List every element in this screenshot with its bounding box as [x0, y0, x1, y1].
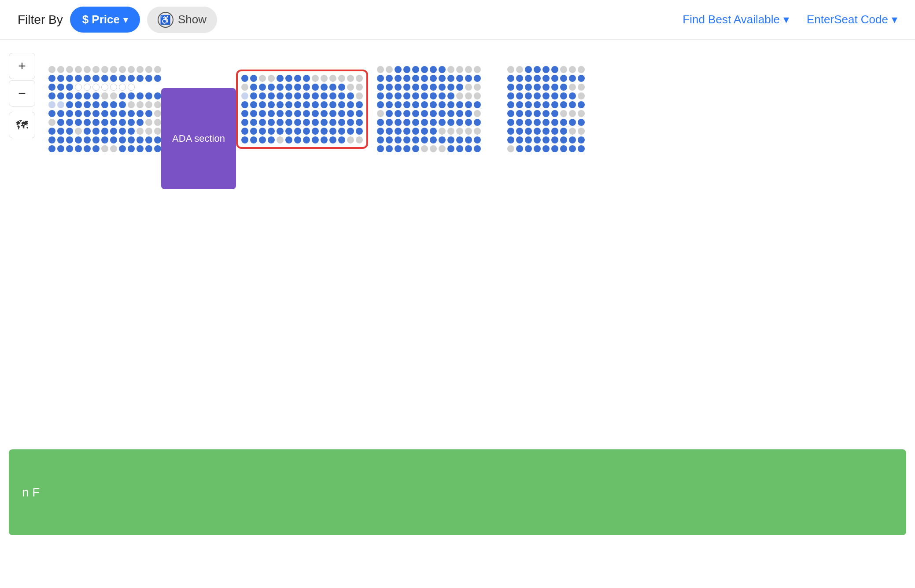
seat-dot[interactable] — [569, 110, 576, 117]
seat-dot[interactable] — [285, 92, 292, 99]
seat-dot[interactable] — [542, 101, 550, 108]
seat-dot[interactable] — [447, 66, 454, 73]
seat-dot[interactable] — [542, 110, 550, 117]
seat-dot[interactable] — [447, 119, 454, 126]
seat-dot[interactable] — [412, 136, 419, 143]
seat-dot[interactable] — [447, 128, 454, 135]
seat-dot[interactable] — [268, 128, 275, 135]
seat-dot[interactable] — [395, 75, 402, 82]
seat-dot[interactable] — [259, 75, 266, 82]
seat-dot[interactable] — [137, 119, 144, 126]
ada-show-button[interactable]: ♿ Show — [147, 7, 217, 33]
seat-dot[interactable] — [560, 101, 567, 108]
seat-dot[interactable] — [268, 92, 275, 99]
seat-dot[interactable] — [92, 92, 100, 99]
seat-dot[interactable] — [154, 128, 161, 135]
seat-dot[interactable] — [474, 92, 481, 99]
seat-dot[interactable] — [250, 101, 257, 108]
seat-dot[interactable] — [101, 119, 108, 126]
seat-dot[interactable] — [386, 84, 393, 91]
seat-dot[interactable] — [403, 110, 410, 117]
seat-dot[interactable] — [430, 145, 437, 152]
seat-dot[interactable] — [321, 128, 328, 135]
seat-dot[interactable] — [92, 66, 100, 73]
seat-dot[interactable] — [465, 145, 472, 152]
seat-dot[interactable] — [84, 101, 91, 108]
seat-dot[interactable] — [285, 128, 292, 135]
seat-dot[interactable] — [57, 84, 64, 91]
seat-dot[interactable] — [119, 110, 126, 117]
seat-dot[interactable] — [456, 128, 463, 135]
seat-dot[interactable] — [303, 92, 310, 99]
seat-dot[interactable] — [101, 110, 108, 117]
seat-dot[interactable] — [154, 66, 161, 73]
seat-dot[interactable] — [277, 136, 284, 143]
seat-dot[interactable] — [421, 75, 428, 82]
seat-dot[interactable] — [259, 101, 266, 108]
seat-dot[interactable] — [356, 136, 363, 143]
seat-dot[interactable] — [329, 101, 336, 108]
seat-dot[interactable] — [507, 75, 514, 82]
seat-dot[interactable] — [456, 119, 463, 126]
seat-dot[interactable] — [303, 110, 310, 117]
seat-dot[interactable] — [241, 75, 248, 82]
seat-dot[interactable] — [569, 66, 576, 73]
seat-dot[interactable] — [386, 119, 393, 126]
seat-dot[interactable] — [338, 128, 345, 135]
seat-dot[interactable] — [128, 110, 135, 117]
seat-dot[interactable] — [456, 145, 463, 152]
seat-dot[interactable] — [578, 66, 585, 73]
seat-dot[interactable] — [241, 101, 248, 108]
seat-dot[interactable] — [285, 84, 292, 91]
seat-dot[interactable] — [137, 92, 144, 99]
seat-dot[interactable] — [285, 75, 292, 82]
map-icon[interactable]: 🗺 — [9, 112, 35, 138]
seat-dot[interactable] — [386, 128, 393, 135]
seat-dot[interactable] — [516, 119, 523, 126]
seat-dot[interactable] — [259, 92, 266, 99]
seat-dot[interactable] — [312, 110, 319, 117]
seat-dot[interactable] — [321, 101, 328, 108]
seat-dot[interactable] — [92, 110, 100, 117]
seat-dot[interactable] — [412, 101, 419, 108]
seat-dot[interactable] — [507, 84, 514, 91]
seat-dot[interactable] — [465, 66, 472, 73]
seat-dot[interactable] — [430, 92, 437, 99]
seat-dot[interactable] — [474, 101, 481, 108]
seat-dot[interactable] — [312, 136, 319, 143]
seat-dot[interactable] — [145, 75, 152, 82]
seat-dot[interactable] — [84, 128, 91, 135]
seat-dot[interactable] — [412, 145, 419, 152]
seat-dot[interactable] — [356, 75, 363, 82]
seat-dot[interactable] — [92, 84, 100, 91]
seat-dot[interactable] — [329, 136, 336, 143]
seat-dot[interactable] — [569, 145, 576, 152]
seat-dot[interactable] — [551, 136, 558, 143]
seat-dot[interactable] — [119, 119, 126, 126]
seat-dot[interactable] — [542, 136, 550, 143]
seat-dot[interactable] — [578, 75, 585, 82]
seat-dot[interactable] — [578, 136, 585, 143]
seat-dot[interactable] — [110, 136, 117, 143]
seat-dot[interactable] — [395, 101, 402, 108]
seat-dot[interactable] — [412, 92, 419, 99]
seat-dot[interactable] — [110, 66, 117, 73]
seat-dot[interactable] — [377, 128, 384, 135]
seat-dot[interactable] — [110, 128, 117, 135]
seat-dot[interactable] — [119, 136, 126, 143]
seat-dot[interactable] — [268, 119, 275, 126]
seat-dot[interactable] — [403, 101, 410, 108]
seat-dot[interactable] — [338, 101, 345, 108]
seat-dot[interactable] — [259, 136, 266, 143]
seat-dot[interactable] — [447, 110, 454, 117]
seat-dot[interactable] — [75, 75, 82, 82]
seat-dot[interactable] — [128, 119, 135, 126]
seat-dot[interactable] — [465, 101, 472, 108]
seat-dot[interactable] — [137, 128, 144, 135]
seat-dot[interactable] — [303, 84, 310, 91]
seat-dot[interactable] — [421, 119, 428, 126]
seat-dot[interactable] — [447, 101, 454, 108]
seat-dot[interactable] — [48, 84, 55, 91]
seat-dot[interactable] — [277, 119, 284, 126]
price-filter-button[interactable]: $ Price ▾ — [70, 7, 140, 33]
